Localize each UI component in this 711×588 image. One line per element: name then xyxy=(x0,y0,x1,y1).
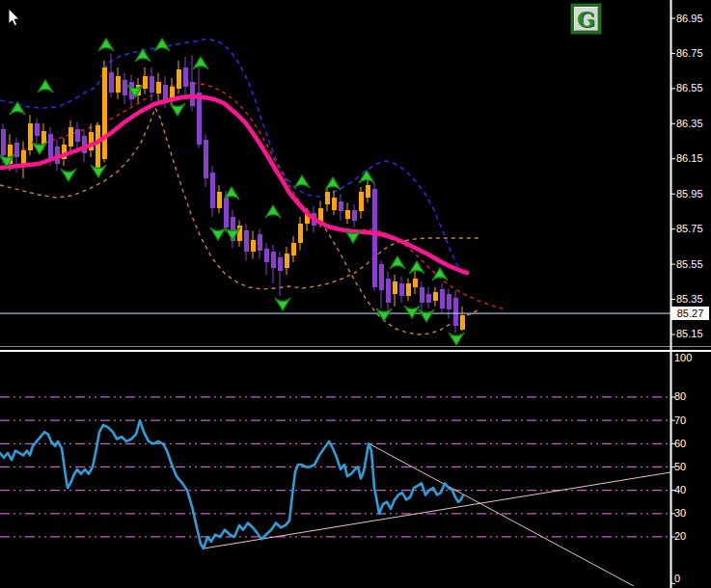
up-arrow-icon xyxy=(265,205,281,218)
candle-body xyxy=(332,198,337,210)
candle-body xyxy=(183,67,188,87)
candle-body xyxy=(372,189,377,287)
down-arrow-icon xyxy=(404,306,420,318)
current-price-tag: 85.27 xyxy=(671,307,709,320)
chart-canvas[interactable] xyxy=(0,0,711,588)
candle-body xyxy=(150,76,154,92)
price-axis-label: 86.55 xyxy=(676,83,703,94)
candle-body xyxy=(35,123,40,136)
trading-chart-window: 86.9586.7586.5586.3586.1585.9585.7585.55… xyxy=(0,0,711,588)
candle-body xyxy=(440,289,445,308)
price-axis-label: 85.55 xyxy=(676,259,703,270)
price-axis-label: 85.15 xyxy=(676,329,703,339)
up-arrow-icon xyxy=(359,171,374,183)
candle-body xyxy=(352,210,357,221)
candle-body xyxy=(278,257,283,272)
oscillator-axis-label: 50 xyxy=(674,462,686,472)
candle-body xyxy=(447,294,451,309)
down-arrow-icon xyxy=(61,169,76,181)
price-axis-label: 86.95 xyxy=(676,13,703,24)
candle-body xyxy=(393,281,397,294)
price-axis-label: 86.75 xyxy=(676,48,703,59)
candle-body xyxy=(75,129,80,142)
candle-body xyxy=(102,67,107,159)
candle-body xyxy=(96,125,100,173)
candle-body xyxy=(426,294,431,303)
candle-body xyxy=(366,185,370,198)
candle-body xyxy=(244,230,249,252)
logo-letter: G xyxy=(577,7,595,32)
candle-body xyxy=(251,240,256,253)
up-arrow-icon xyxy=(294,175,310,188)
candle-body xyxy=(190,82,195,107)
candle-body xyxy=(271,252,276,267)
candle-body xyxy=(413,279,418,287)
up-arrow-icon xyxy=(390,256,405,269)
candle-body xyxy=(116,76,121,92)
up-arrow-icon xyxy=(193,57,208,69)
price-axis-label: 85.75 xyxy=(676,224,703,234)
down-arrow-icon xyxy=(32,142,47,154)
oscillator-axis-label: 0 xyxy=(674,574,680,584)
price-axis-label: 86.35 xyxy=(676,119,703,129)
down-arrow-icon xyxy=(170,103,185,116)
candle-body xyxy=(264,249,269,263)
up-arrow-icon xyxy=(38,80,53,93)
candle-body xyxy=(204,140,208,178)
candle-body xyxy=(433,292,438,301)
candle-body xyxy=(177,69,181,89)
candle-body xyxy=(406,283,411,296)
down-arrow-icon xyxy=(419,309,434,322)
oscillator-axis-label: 40 xyxy=(674,485,686,495)
down-arrow-icon xyxy=(210,227,226,240)
candle-body xyxy=(345,210,350,219)
price-axis-label: 86.15 xyxy=(676,153,703,164)
candle-body xyxy=(197,93,202,146)
candle-body xyxy=(325,192,330,204)
candle-body xyxy=(14,143,19,157)
candle-body xyxy=(41,131,46,146)
mouse-cursor-icon xyxy=(0,0,31,31)
down-arrow-icon xyxy=(275,298,290,310)
candle-body xyxy=(156,82,161,94)
up-arrow-icon xyxy=(325,177,341,190)
down-arrow-icon xyxy=(449,333,464,345)
price-axis-label: 85.95 xyxy=(676,189,703,200)
candle-body xyxy=(258,234,262,250)
candle-body xyxy=(109,72,114,92)
candle-body xyxy=(48,134,53,159)
candle-body xyxy=(68,127,73,147)
candle-body xyxy=(359,192,364,211)
candle-body xyxy=(224,198,229,227)
candle-body xyxy=(460,315,465,330)
oscillator-axis-label: 70 xyxy=(674,415,686,426)
candle-body xyxy=(163,85,168,100)
candle-body xyxy=(1,129,6,155)
candle-body xyxy=(399,283,404,296)
oscillator-line xyxy=(0,420,463,548)
candle-body xyxy=(339,201,343,212)
broker-logo-icon: G xyxy=(571,4,601,34)
up-arrow-icon xyxy=(154,39,170,51)
oscillator-axis-label: 30 xyxy=(674,508,686,519)
oscillator-axis-label: 20 xyxy=(674,531,686,542)
up-arrow-icon xyxy=(409,261,424,274)
up-arrow-icon xyxy=(98,39,114,51)
candle-body xyxy=(210,173,215,207)
candle-body xyxy=(123,80,127,95)
up-arrow-icon xyxy=(10,102,25,115)
candle-body xyxy=(143,76,148,89)
oscillator-trendline xyxy=(204,472,670,548)
candle-body xyxy=(420,287,424,303)
candle-body xyxy=(298,224,303,243)
candle-body xyxy=(379,264,384,290)
candle-body xyxy=(291,243,296,255)
middle-band-line xyxy=(0,83,505,309)
oscillator-axis-label: 80 xyxy=(674,391,686,402)
candle-body xyxy=(453,298,458,326)
price-axis-label: 85.35 xyxy=(676,294,703,305)
oscillator-axis-label: 60 xyxy=(674,439,686,449)
candle-body xyxy=(285,254,289,268)
candle-body xyxy=(28,123,33,149)
candle-body xyxy=(386,279,391,304)
